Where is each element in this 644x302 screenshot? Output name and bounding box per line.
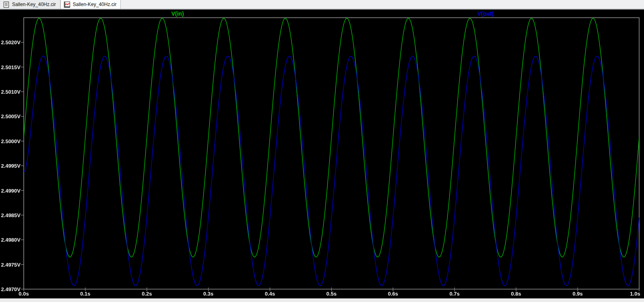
y-tick-label: 2.4990V: [1, 187, 21, 193]
y-tick-label: 2.4985V: [1, 212, 21, 218]
x-tick-label: 0.5s: [326, 291, 336, 297]
y-tick-label: 2.5015V: [1, 64, 21, 70]
tab-waveform[interactable]: Sallen-Key_40Hz.cir: [60, 0, 121, 9]
y-tick-label: 2.4980V: [1, 237, 21, 243]
trace-label-vout[interactable]: V(out): [477, 10, 493, 17]
x-tick-label: 0.8s: [511, 291, 521, 297]
y-tick-label: 2.5020V: [1, 39, 21, 45]
tab-netlist[interactable]: Sallen-Key_40Hz.cir: [0, 0, 60, 9]
waveform-viewer: V(in) V(out) 2.5020V2.5015V2.5010V2.5005…: [0, 10, 644, 298]
x-tick-label: 0.0s: [19, 291, 29, 297]
trace-label-vin[interactable]: V(in): [171, 10, 184, 17]
y-tick-label: 2.4995V: [1, 163, 21, 169]
y-tick-label: 2.4970V: [1, 286, 21, 292]
tab-bar: Sallen-Key_40Hz.cir Sallen-Key_40Hz.cir: [0, 0, 644, 10]
x-tick-label: 0.3s: [203, 291, 213, 297]
x-tick-label: 1.0s: [630, 291, 640, 297]
netlist-document-icon: [3, 1, 10, 8]
x-tick-label: 0.9s: [572, 291, 582, 297]
x-tick-label: 0.6s: [388, 291, 398, 297]
x-tick-label: 0.7s: [450, 291, 460, 297]
y-tick-label: 2.5005V: [1, 113, 21, 119]
y-tick-label: 2.5010V: [1, 89, 21, 95]
x-tick-label: 0.2s: [142, 291, 152, 297]
x-tick-label: 0.4s: [265, 291, 275, 297]
waveform-plot-canvas[interactable]: [0, 10, 644, 298]
y-tick-label: 2.4975V: [1, 261, 21, 267]
waveform-plot-icon: [64, 1, 70, 8]
tab-label: Sallen-Key_40Hz.cir: [12, 2, 56, 7]
y-tick-label: 2.5000V: [1, 138, 21, 144]
x-tick-label: 0.1s: [80, 291, 90, 297]
tab-label: Sallen-Key_40Hz.cir: [73, 2, 117, 7]
status-bar: [0, 298, 644, 302]
